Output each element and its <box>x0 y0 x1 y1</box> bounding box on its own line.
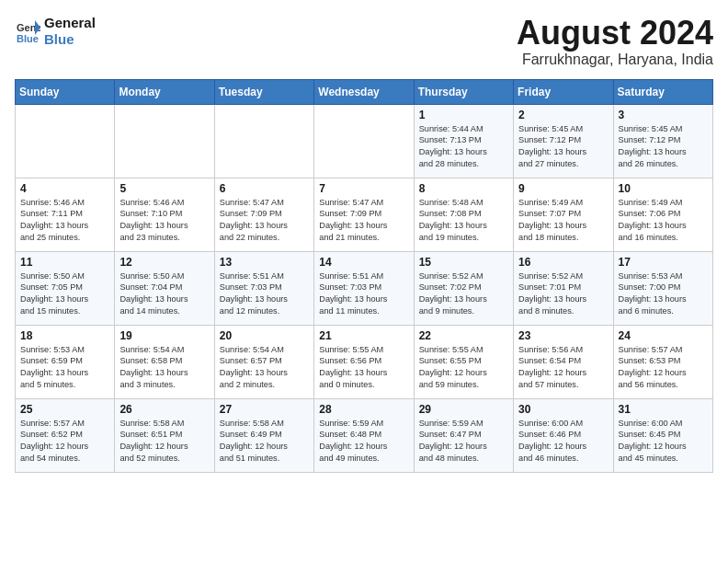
calendar-cell: 23Sunrise: 5:56 AM Sunset: 6:54 PM Dayli… <box>514 325 613 398</box>
day-number: 16 <box>518 256 608 269</box>
day-number: 21 <box>319 329 408 342</box>
day-number: 9 <box>518 182 608 195</box>
day-number: 24 <box>619 329 708 342</box>
calendar-cell: 22Sunrise: 5:55 AM Sunset: 6:55 PM Dayli… <box>414 325 513 398</box>
title-area: August 2024 Farrukhnagar, Haryana, India <box>517 15 713 68</box>
calendar-cell: 31Sunrise: 6:00 AM Sunset: 6:45 PM Dayli… <box>613 398 712 472</box>
day-info: Sunrise: 5:49 AM Sunset: 7:07 PM Dayligh… <box>518 197 608 245</box>
calendar-cell: 7Sunrise: 5:47 AM Sunset: 7:09 PM Daylig… <box>314 178 414 251</box>
day-info: Sunrise: 5:54 AM Sunset: 6:57 PM Dayligh… <box>220 344 309 392</box>
weekday-header-monday: Monday <box>115 79 214 104</box>
day-number: 30 <box>518 403 608 416</box>
calendar-cell: 17Sunrise: 5:53 AM Sunset: 7:00 PM Dayli… <box>613 251 712 325</box>
calendar-cell: 27Sunrise: 5:58 AM Sunset: 6:49 PM Dayli… <box>214 398 313 472</box>
day-info: Sunrise: 5:47 AM Sunset: 7:09 PM Dayligh… <box>319 197 408 245</box>
calendar-cell: 26Sunrise: 5:58 AM Sunset: 6:51 PM Dayli… <box>115 398 214 472</box>
day-info: Sunrise: 5:46 AM Sunset: 7:10 PM Dayligh… <box>119 197 209 245</box>
weekday-header-friday: Friday <box>514 79 613 104</box>
day-number: 8 <box>419 182 508 195</box>
calendar-cell: 30Sunrise: 6:00 AM Sunset: 6:46 PM Dayli… <box>514 398 613 472</box>
day-number: 14 <box>319 256 408 269</box>
day-info: Sunrise: 5:52 AM Sunset: 7:01 PM Dayligh… <box>518 270 608 318</box>
calendar-cell: 12Sunrise: 5:50 AM Sunset: 7:04 PM Dayli… <box>115 251 214 325</box>
day-info: Sunrise: 5:53 AM Sunset: 7:00 PM Dayligh… <box>619 270 708 318</box>
day-number: 20 <box>220 329 309 342</box>
day-number: 22 <box>419 329 508 342</box>
calendar-cell: 24Sunrise: 5:57 AM Sunset: 6:53 PM Dayli… <box>613 325 712 398</box>
weekday-header-row: SundayMondayTuesdayWednesdayThursdayFrid… <box>16 79 713 104</box>
day-number: 12 <box>119 256 209 269</box>
day-info: Sunrise: 5:58 AM Sunset: 6:51 PM Dayligh… <box>119 418 209 465</box>
calendar-cell: 2Sunrise: 5:45 AM Sunset: 7:12 PM Daylig… <box>514 104 613 178</box>
calendar-cell: 15Sunrise: 5:52 AM Sunset: 7:02 PM Dayli… <box>414 251 513 325</box>
calendar-cell: 13Sunrise: 5:51 AM Sunset: 7:03 PM Dayli… <box>214 251 313 325</box>
svg-text:Blue: Blue <box>17 33 39 44</box>
calendar-cell: 16Sunrise: 5:52 AM Sunset: 7:01 PM Dayli… <box>514 251 613 325</box>
calendar-cell: 5Sunrise: 5:46 AM Sunset: 7:10 PM Daylig… <box>115 178 214 251</box>
day-info: Sunrise: 6:00 AM Sunset: 6:45 PM Dayligh… <box>619 418 708 465</box>
week-row-5: 25Sunrise: 5:57 AM Sunset: 6:52 PM Dayli… <box>16 398 713 472</box>
week-row-1: 1Sunrise: 5:44 AM Sunset: 7:13 PM Daylig… <box>16 104 713 178</box>
day-info: Sunrise: 5:49 AM Sunset: 7:06 PM Dayligh… <box>619 197 708 245</box>
day-info: Sunrise: 5:52 AM Sunset: 7:02 PM Dayligh… <box>419 270 508 318</box>
day-info: Sunrise: 6:00 AM Sunset: 6:46 PM Dayligh… <box>518 418 608 465</box>
day-info: Sunrise: 5:59 AM Sunset: 6:48 PM Dayligh… <box>319 418 408 465</box>
location-subtitle: Farrukhnagar, Haryana, India <box>517 52 713 68</box>
day-info: Sunrise: 5:45 AM Sunset: 7:12 PM Dayligh… <box>518 123 608 171</box>
calendar-cell: 3Sunrise: 5:45 AM Sunset: 7:12 PM Daylig… <box>613 104 712 178</box>
calendar-cell: 18Sunrise: 5:53 AM Sunset: 6:59 PM Dayli… <box>16 325 115 398</box>
day-number: 25 <box>20 403 109 416</box>
calendar-cell: 28Sunrise: 5:59 AM Sunset: 6:48 PM Dayli… <box>314 398 414 472</box>
weekday-header-wednesday: Wednesday <box>314 79 414 104</box>
day-info: Sunrise: 5:54 AM Sunset: 6:58 PM Dayligh… <box>119 344 209 392</box>
calendar-cell <box>214 104 313 178</box>
day-info: Sunrise: 5:45 AM Sunset: 7:12 PM Dayligh… <box>619 123 708 171</box>
day-number: 3 <box>619 109 708 121</box>
calendar-cell: 19Sunrise: 5:54 AM Sunset: 6:58 PM Dayli… <box>115 325 214 398</box>
week-row-4: 18Sunrise: 5:53 AM Sunset: 6:59 PM Dayli… <box>16 325 713 398</box>
calendar-cell: 8Sunrise: 5:48 AM Sunset: 7:08 PM Daylig… <box>414 178 513 251</box>
day-number: 4 <box>20 182 109 195</box>
weekday-header-sunday: Sunday <box>16 79 115 104</box>
weekday-header-tuesday: Tuesday <box>214 79 313 104</box>
day-number: 15 <box>419 256 508 269</box>
weekday-header-saturday: Saturday <box>613 79 712 104</box>
day-info: Sunrise: 5:47 AM Sunset: 7:09 PM Dayligh… <box>220 197 309 245</box>
logo-text: General Blue <box>44 15 96 48</box>
page-header: General Blue General Blue August 2024 Fa… <box>15 15 713 68</box>
day-info: Sunrise: 5:44 AM Sunset: 7:13 PM Dayligh… <box>419 123 508 171</box>
calendar-cell: 10Sunrise: 5:49 AM Sunset: 7:06 PM Dayli… <box>613 178 712 251</box>
calendar-cell: 6Sunrise: 5:47 AM Sunset: 7:09 PM Daylig… <box>214 178 313 251</box>
day-number: 10 <box>619 182 708 195</box>
month-year-title: August 2024 <box>517 15 713 52</box>
day-info: Sunrise: 5:48 AM Sunset: 7:08 PM Dayligh… <box>419 197 508 245</box>
day-number: 11 <box>20 256 109 269</box>
day-info: Sunrise: 5:58 AM Sunset: 6:49 PM Dayligh… <box>220 418 309 465</box>
weekday-header-thursday: Thursday <box>414 79 513 104</box>
day-info: Sunrise: 5:55 AM Sunset: 6:56 PM Dayligh… <box>319 344 408 392</box>
calendar-cell: 4Sunrise: 5:46 AM Sunset: 7:11 PM Daylig… <box>16 178 115 251</box>
day-number: 6 <box>220 182 309 195</box>
day-info: Sunrise: 5:50 AM Sunset: 7:04 PM Dayligh… <box>119 270 209 318</box>
day-number: 28 <box>319 403 408 416</box>
day-number: 23 <box>518 329 608 342</box>
calendar-cell: 14Sunrise: 5:51 AM Sunset: 7:03 PM Dayli… <box>314 251 414 325</box>
calendar-cell: 9Sunrise: 5:49 AM Sunset: 7:07 PM Daylig… <box>514 178 613 251</box>
day-info: Sunrise: 5:56 AM Sunset: 6:54 PM Dayligh… <box>518 344 608 392</box>
day-number: 26 <box>119 403 209 416</box>
calendar-cell: 20Sunrise: 5:54 AM Sunset: 6:57 PM Dayli… <box>214 325 313 398</box>
day-info: Sunrise: 5:46 AM Sunset: 7:11 PM Dayligh… <box>20 197 109 245</box>
calendar-cell: 1Sunrise: 5:44 AM Sunset: 7:13 PM Daylig… <box>414 104 513 178</box>
day-number: 29 <box>419 403 508 416</box>
logo: General Blue General Blue <box>15 15 96 48</box>
calendar-cell <box>16 104 115 178</box>
calendar-cell <box>115 104 214 178</box>
day-info: Sunrise: 5:50 AM Sunset: 7:05 PM Dayligh… <box>20 270 109 318</box>
day-number: 17 <box>619 256 708 269</box>
calendar-cell: 25Sunrise: 5:57 AM Sunset: 6:52 PM Dayli… <box>16 398 115 472</box>
day-number: 27 <box>220 403 309 416</box>
day-number: 18 <box>20 329 109 342</box>
day-number: 5 <box>119 182 209 195</box>
calendar-cell: 21Sunrise: 5:55 AM Sunset: 6:56 PM Dayli… <box>314 325 414 398</box>
day-number: 19 <box>119 329 209 342</box>
